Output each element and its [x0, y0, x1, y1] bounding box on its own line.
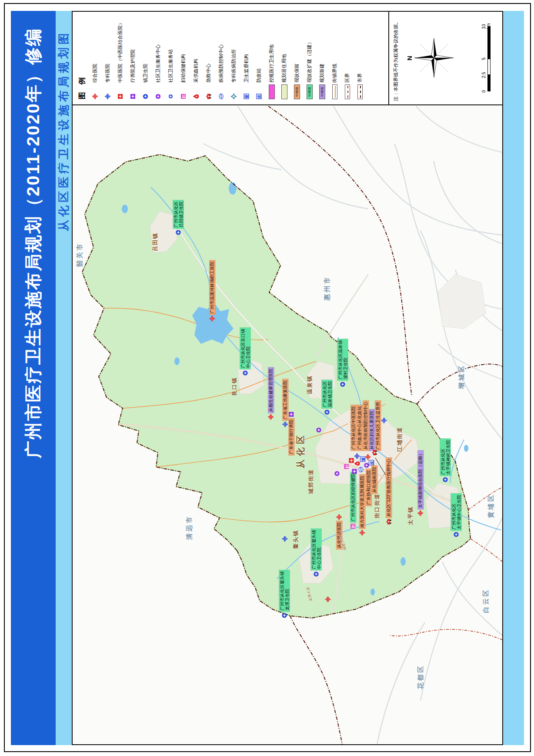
facility-label: 广州市从化区良口镇中心卫生院 — [240, 328, 251, 376]
page-title: 广州市医疗卫生设施布局规划（2011-2020年）修编 — [21, 11, 45, 458]
facility-name: 广州市从化区妇幼保健院 — [350, 472, 356, 523]
neighbor-region-label: 韶关市 — [76, 242, 84, 267]
landuse-swatch-icon: XX医院 — [319, 83, 325, 99]
facility-name: 广东协和口腔医院 — [366, 469, 372, 506]
neighbor-region-label: 白云区 — [482, 588, 490, 613]
sanatorium-icon — [289, 412, 294, 417]
svg-text:疫: 疫 — [257, 94, 261, 99]
bottom-band — [503, 11, 524, 745]
north-arrow-icon — [413, 37, 455, 79]
legend-item: 区界 — [341, 12, 354, 104]
facility-label: 从化区“120”急救医疗指挥中心 — [386, 457, 392, 524]
road-name-label: 龙潭大道 — [305, 586, 314, 602]
subtitle-bar: 从化区医疗卫生设施布局规划图 — [56, 11, 72, 745]
scale-bar: 02.5510 km — [481, 26, 493, 91]
facility-name: 从化区妇女儿童医院 — [369, 409, 375, 451]
legend-item: 规划居住用地 — [278, 12, 290, 104]
scale-label: 2.5 — [481, 72, 486, 78]
scale-bar-segment — [487, 26, 491, 59]
town-health-center-icon — [324, 410, 330, 415]
legend-item: 市界 — [354, 12, 366, 104]
neighbor-region-label: 黄埔区 — [487, 494, 495, 518]
svg-text:督: 督 — [244, 94, 249, 99]
facility-name: 南方医科大学第五附属医院 — [359, 474, 365, 529]
facility-label: 太平镇新增综合医院（远期） — [417, 450, 424, 516]
specialized-prevention-icon — [231, 83, 237, 99]
landuse-swatch-icon: XX医院 — [294, 83, 300, 99]
legend-item-label: 现状保留 — [294, 64, 300, 83]
map-overlay: 广州市从化区吕田镇卫生院广州市流溪河林场职工医院广州市从化区良口镇中心卫生院从都… — [73, 105, 502, 744]
legend-item-label: 控规医疗卫生用地 — [268, 44, 275, 83]
legend-panel: 图 例 综合医院专科医院中医医院（中西医结合医院）疗养院及护理院镇卫生院社区卫生… — [73, 12, 502, 105]
legend-item: 采供血机构 — [190, 12, 202, 104]
general-hospital-icon — [337, 514, 342, 520]
legend-item-label: 规划新建 — [319, 64, 325, 83]
page-subtitle: 从化区医疗卫生设施布局规划图 — [56, 11, 71, 231]
map-canvas: 广州市从化区吕田镇卫生院广州市流溪河林场职工医院广州市从化区良口镇中心卫生院从都… — [73, 105, 502, 744]
emergency-center-icon — [372, 450, 377, 456]
facility-name: 广州市从化区鳌头镇龙潭卫生院 — [279, 570, 290, 612]
legend-item: 街镇界线 — [328, 12, 341, 104]
compass: N — [406, 37, 457, 79]
tcm-hospital-icon — [349, 458, 354, 464]
facility-label: 从化区妇女儿童医院 — [369, 409, 375, 451]
svg-text:督: 督 — [361, 457, 365, 461]
epidemic-station-icon: 疫 — [256, 83, 262, 99]
city-boundary-icon — [357, 83, 363, 99]
tcm-hospital-icon — [117, 83, 123, 99]
facility-label: 广州市从化区太平镇中心卫生院 — [451, 494, 462, 538]
legend-item-label: 急救中心 — [205, 64, 212, 83]
legend-item-label: 疗养院及护理院 — [130, 49, 136, 83]
legend-item-label: 现状改扩建（迁建） — [306, 40, 313, 83]
svg-text:妇: 妇 — [351, 524, 356, 529]
town-name-label: 城郊街道 — [307, 469, 315, 494]
landuse-swatch-icon — [269, 83, 275, 99]
facility-label: 南方医科大学第五附属医院 — [359, 474, 365, 536]
legend-item: 综合医院 — [89, 12, 101, 104]
town-name-label: 良口镇 — [231, 377, 238, 396]
legend-item-label: 综合医院 — [92, 64, 98, 83]
legend-item-label: 妇幼保健机构 — [180, 54, 187, 83]
epidemic-station-icon: 疫 — [369, 460, 374, 466]
emergency-center-icon — [206, 83, 211, 99]
landuse-swatch-icon — [281, 83, 287, 99]
legend-item: 疾病预防控制中心 — [215, 12, 227, 104]
legend-item-label: 街镇界线 — [331, 64, 338, 83]
town-health-center-icon — [282, 613, 287, 618]
town-health-center-icon — [443, 477, 448, 483]
general-hospital-icon — [268, 414, 274, 420]
scale-bar-segment — [487, 59, 491, 75]
facility-name: 广州市从化区鳌头镇中心卫生院 — [311, 529, 322, 571]
general-hospital-icon — [365, 454, 371, 460]
legend-item: 疗养院及护理院 — [127, 12, 139, 104]
facility-label: 妇广州市从化区妇幼保健院 — [350, 472, 356, 529]
facility-label: 广州市流溪河林场职工医院 — [209, 260, 215, 322]
facility-label: 广州市从化区鳌头镇中心卫生院 — [311, 529, 322, 577]
svg-text:疫: 疫 — [370, 460, 374, 465]
town-health-center-icon — [143, 83, 148, 99]
legend-item: 疫防疫站 — [253, 12, 265, 104]
north-label: N — [406, 37, 413, 79]
specialized-hospital-icon — [282, 536, 288, 542]
facility-name: 广州市从化区良口镇中心卫生院 — [240, 328, 251, 370]
legend-item-label: 区界 — [344, 73, 350, 83]
facility-name: 太平镇新增综合医院（远期） — [417, 450, 424, 510]
specialized-hospital-icon — [381, 418, 387, 423]
community-health-center-icon — [334, 471, 340, 477]
town-health-center-icon — [454, 532, 459, 538]
map-frame: 广州市从化区吕田镇卫生院广州市流溪河林场职工医院广州市从化区良口镇中心卫生院从都… — [72, 11, 503, 745]
facility-name: 广州市从化区中医医院 — [350, 405, 357, 451]
facility-name: 广东省工伤康复医院 — [282, 379, 288, 421]
legend-item: 控规医疗卫生用地 — [265, 12, 278, 104]
scale-label: 0 — [481, 90, 486, 93]
legend-item: XX医院规划新建 — [316, 12, 328, 104]
facility-label: 广东省工伤康复医院 — [282, 379, 288, 427]
specialized-hospital-icon — [105, 83, 110, 99]
legend-item: XX医院现状保留 — [290, 12, 303, 104]
emergency-center-icon — [386, 519, 392, 524]
town-health-center-icon — [340, 382, 346, 387]
scale-label: 10 km — [481, 23, 491, 29]
svg-text:妇: 妇 — [181, 94, 186, 99]
legend-item-label: 社区卫生服务中心 — [155, 44, 161, 83]
facility-name: 广东省干部疗养院 — [288, 418, 294, 456]
